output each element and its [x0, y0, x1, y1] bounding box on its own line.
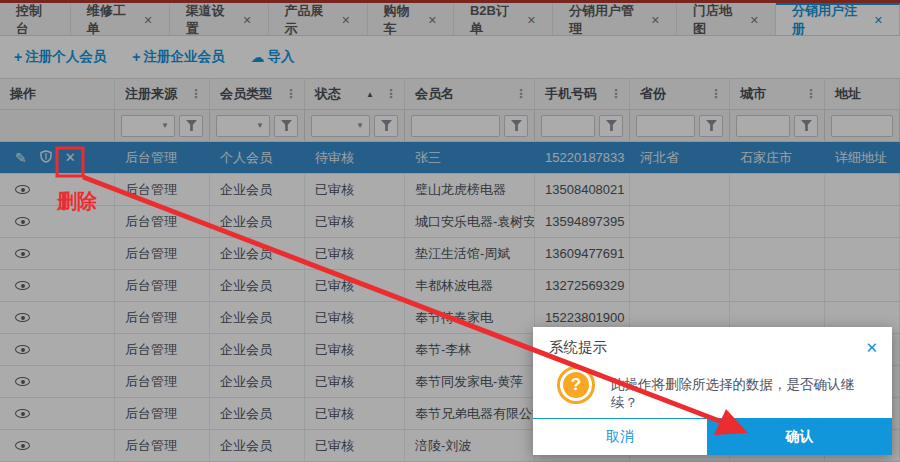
confirm-dialog: 系统提示 ✕ ? 此操作将删除所选择的数据，是否确认继续？ 取消 确认 — [533, 327, 892, 455]
close-icon[interactable]: ✕ — [865, 340, 878, 355]
dialog-footer: 取消 确认 — [533, 418, 892, 455]
question-icon: ? — [557, 366, 595, 404]
confirm-button[interactable]: 确认 — [707, 419, 892, 455]
cancel-button[interactable]: 取消 — [533, 419, 707, 455]
dialog-body: ? 此操作将删除所选择的数据，是否确认继续？ — [533, 357, 892, 412]
dialog-message: 此操作将删除所选择的数据，是否确认继续？ — [611, 376, 876, 412]
dialog-header: 系统提示 ✕ — [533, 327, 892, 357]
dialog-title: 系统提示 — [549, 338, 607, 357]
app-window: 控制台维修工单✕渠道设置✕产品展示✕购物车✕B2B订单✕分销用户管理✕门店地图✕… — [0, 0, 900, 462]
